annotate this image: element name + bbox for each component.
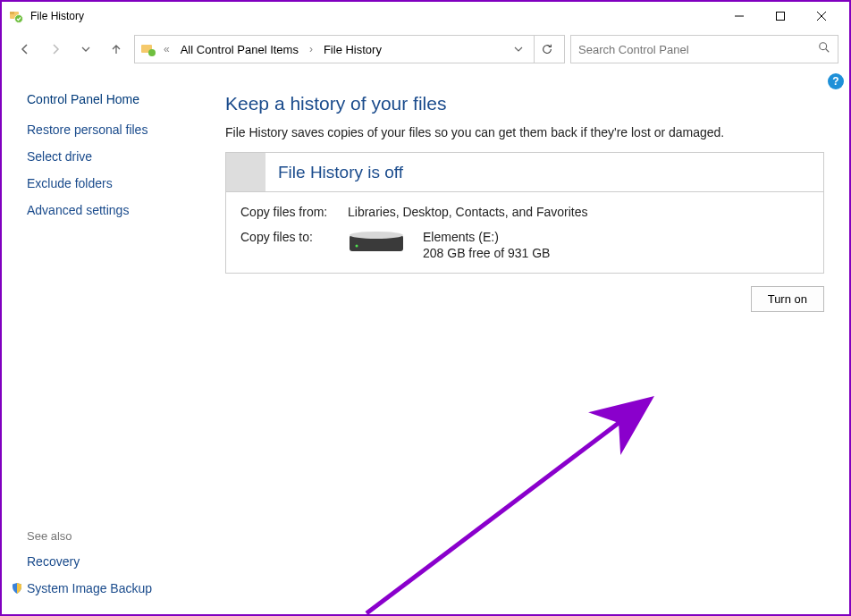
- search-box[interactable]: [570, 35, 838, 63]
- status-panel: File History is off Copy files from: Lib…: [225, 152, 824, 274]
- sidebar-recovery[interactable]: Recovery: [27, 548, 225, 575]
- folder-icon: [140, 41, 156, 57]
- forward-button[interactable]: [43, 37, 68, 62]
- svg-rect-4: [777, 13, 785, 21]
- sidebar-system-image-backup[interactable]: System Image Backup: [27, 575, 152, 602]
- page-heading: Keep a history of your files: [225, 93, 824, 114]
- page-description: File History saves copies of your files …: [225, 125, 824, 139]
- svg-rect-1: [10, 12, 14, 14]
- status-indicator-block: [226, 153, 265, 191]
- copy-to-label: Copy files to:: [240, 230, 348, 260]
- search-input[interactable]: [578, 43, 818, 56]
- sidebar-restore-files[interactable]: Restore personal files: [27, 116, 225, 143]
- svg-point-12: [350, 232, 403, 239]
- refresh-button[interactable]: [534, 35, 559, 63]
- sidebar-control-panel-home[interactable]: Control Panel Home: [27, 86, 225, 113]
- help-icon[interactable]: ?: [828, 73, 844, 89]
- svg-line-10: [826, 49, 830, 53]
- shield-icon: [11, 582, 23, 595]
- close-button[interactable]: [801, 3, 842, 30]
- copy-from-label: Copy files from:: [240, 205, 348, 219]
- breadcrumb-file-history[interactable]: File History: [320, 41, 385, 58]
- search-icon[interactable]: [818, 41, 830, 57]
- up-button[interactable]: [104, 37, 129, 62]
- see-also-label: See also: [27, 524, 225, 548]
- breadcrumb-all-items[interactable]: All Control Panel Items: [177, 41, 302, 58]
- panel-title: File History is off: [278, 163, 403, 182]
- turn-on-button[interactable]: Turn on: [751, 286, 824, 312]
- copy-from-value: Libraries, Desktop, Contacts, and Favori…: [348, 205, 809, 219]
- sidebar-exclude-folders[interactable]: Exclude folders: [27, 170, 225, 197]
- back-button[interactable]: [13, 37, 38, 62]
- drive-free-space: 208 GB free of 931 GB: [423, 246, 550, 260]
- minimize-button[interactable]: [719, 3, 760, 30]
- sidebar-advanced-settings[interactable]: Advanced settings: [27, 197, 225, 224]
- chevron-left-icon: «: [164, 43, 170, 55]
- chevron-right-icon: ›: [309, 43, 313, 55]
- window-title: File History: [30, 10, 719, 22]
- drive-icon: [348, 230, 405, 257]
- chevron-down-icon[interactable]: [514, 41, 523, 57]
- maximize-button[interactable]: [760, 3, 801, 30]
- svg-point-9: [820, 43, 827, 50]
- svg-point-8: [148, 49, 156, 56]
- svg-point-13: [356, 245, 358, 248]
- drive-name: Elements (E:): [423, 230, 550, 244]
- sidebar-select-drive[interactable]: Select drive: [27, 143, 225, 170]
- file-history-icon: [9, 9, 23, 23]
- recent-locations-button[interactable]: [73, 37, 98, 62]
- address-bar[interactable]: « All Control Panel Items › File History: [134, 35, 565, 63]
